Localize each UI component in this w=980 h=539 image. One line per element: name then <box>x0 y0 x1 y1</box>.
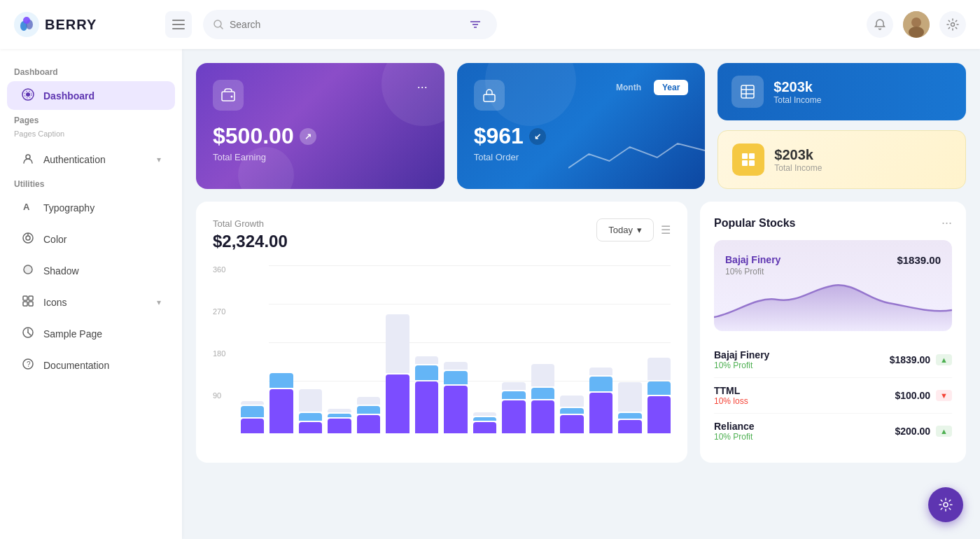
bar-purple-2 <box>299 422 322 433</box>
shadow-icon <box>21 263 35 278</box>
bar-purple-4 <box>357 415 380 433</box>
bar-blue-4 <box>357 406 380 414</box>
bar-group-7 <box>444 286 467 433</box>
layout: Dashboard Dashboard Pages Pages Caption … <box>0 49 980 539</box>
stock-row-ttml: TTML 10% loss $100.00 ▼ <box>714 378 952 414</box>
featured-stock-chart: Bajaj Finery 10% Profit $1839.00 <box>714 240 952 331</box>
pages-section-title: Pages <box>0 111 182 128</box>
fab-settings-button[interactable] <box>928 487 963 522</box>
toggle-year-button[interactable]: Year <box>654 80 688 95</box>
svg-rect-4 <box>172 20 185 21</box>
sample-page-icon <box>21 326 35 341</box>
bar-light-5 <box>386 314 409 373</box>
earning-amount: $500.00 ↗ <box>213 123 428 149</box>
sidebar-item-dashboard[interactable]: Dashboard <box>7 81 175 110</box>
bar-blue-0 <box>241 406 264 417</box>
y-label-270: 270 <box>213 307 225 316</box>
bar-group-13 <box>618 286 641 433</box>
today-filter-button[interactable]: Today ▾ <box>596 218 654 241</box>
y-label-360: 360 <box>213 265 225 274</box>
sidebar-item-typography[interactable]: A Typography <box>7 193 175 222</box>
svg-line-32 <box>28 332 31 335</box>
chart-menu-button[interactable]: ☰ <box>661 223 671 237</box>
svg-point-25 <box>24 265 32 274</box>
sidebar-item-sample-page[interactable]: Sample Page <box>7 319 175 348</box>
bar-light-14 <box>648 358 671 380</box>
bajaj-trend-badge: ▲ <box>936 354 952 365</box>
popular-stocks-card: Popular Stocks ··· Bajaj Finery 10% Prof… <box>700 202 966 463</box>
svg-point-3 <box>23 17 30 24</box>
wave-chart <box>568 133 705 175</box>
reliance-sub: 10% Profit <box>714 432 755 442</box>
settings-button[interactable] <box>939 11 966 38</box>
stocks-title: Popular Stocks <box>714 217 795 230</box>
svg-rect-45 <box>749 160 755 166</box>
reliance-trend-badge: ▲ <box>936 426 952 437</box>
featured-stock-svg <box>714 275 952 331</box>
income-blue-label: Total Income <box>774 95 821 105</box>
svg-rect-6 <box>172 28 185 29</box>
svg-rect-38 <box>741 85 754 98</box>
bar-chart <box>241 265 671 433</box>
sidebar-item-dashboard-label: Dashboard <box>43 90 94 102</box>
svg-rect-5 <box>172 24 185 25</box>
income-cards-col: $203k Total Income $203k <box>718 63 966 189</box>
svg-text:A: A <box>23 202 30 212</box>
chevron-down-icon-2: ▾ <box>157 298 161 307</box>
svg-point-19 <box>26 155 30 159</box>
bajaj-price: $1839.00 <box>890 354 930 365</box>
svg-point-15 <box>951 23 955 27</box>
bar-purple-0 <box>241 419 264 433</box>
reliance-right: $200.00 ▲ <box>895 426 953 437</box>
dropdown-arrow-icon: ▾ <box>637 225 642 235</box>
sidebar-item-icons[interactable]: Icons ▾ <box>7 288 175 316</box>
stock-row-reliance: Reliance 10% Profit $200.00 ▲ <box>714 414 952 449</box>
notification-bell-button[interactable] <box>867 11 893 38</box>
chart-title: Total Growth <box>213 218 288 229</box>
documentation-icon: ? <box>21 358 35 372</box>
order-toggle-group: Month Year <box>608 80 688 95</box>
income-blue-card: $203k Total Income <box>718 63 966 120</box>
bar-blue-2 <box>299 413 322 421</box>
bar-light-10 <box>531 364 554 386</box>
search-icon <box>213 19 224 30</box>
svg-text:?: ? <box>27 360 31 368</box>
order-trend-badge: ↙ <box>529 128 546 145</box>
sidebar-item-typography-label: Typography <box>43 202 94 214</box>
bar-light-7 <box>444 362 467 370</box>
sidebar-item-authentication[interactable]: Authentication ▾ <box>7 145 175 174</box>
income-blue-info: $203k Total Income <box>774 79 821 105</box>
wallet-icon <box>220 88 236 103</box>
bar-light-11 <box>560 396 583 407</box>
bar-group-8 <box>473 286 496 433</box>
stocks-menu-button[interactable]: ··· <box>941 216 952 230</box>
sidebar-item-shadow[interactable]: Shadow <box>7 256 175 285</box>
earning-trend-badge: ↗ <box>300 128 316 145</box>
main-content: ··· $500.00 ↗ Total Earning <box>182 49 980 539</box>
stock-row-bajaj: Bajaj Finery 10% Profit $1839.00 ▲ <box>714 342 952 378</box>
svg-point-22 <box>26 236 30 240</box>
avatar[interactable] <box>903 11 930 38</box>
svg-point-14 <box>909 27 924 38</box>
search-input[interactable] <box>230 19 458 30</box>
sidebar-item-documentation[interactable]: ? Documentation <box>7 351 175 379</box>
filter-button[interactable] <box>463 13 487 36</box>
hamburger-button[interactable] <box>165 11 192 38</box>
bar-light-2 <box>299 389 322 412</box>
sidebar-item-color[interactable]: Color <box>7 225 175 253</box>
stocks-header: Popular Stocks ··· <box>714 216 952 230</box>
ttml-price: $100.00 <box>895 390 931 401</box>
bar-light-9 <box>502 382 525 390</box>
color-icon <box>21 232 35 246</box>
svg-rect-29 <box>29 302 33 306</box>
sidebar-item-shadow-label: Shadow <box>43 265 79 276</box>
bajaj-info: Bajaj Finery 10% Profit <box>714 349 769 370</box>
toggle-month-button[interactable]: Month <box>608 80 650 95</box>
bar-blue-3 <box>328 414 351 417</box>
icons-icon <box>21 295 35 309</box>
bar-purple-6 <box>415 382 438 433</box>
bar-group-4 <box>357 286 380 433</box>
bar-group-3 <box>328 286 351 433</box>
bar-purple-3 <box>328 419 351 433</box>
sidebar: Dashboard Dashboard Pages Pages Caption … <box>0 49 182 539</box>
